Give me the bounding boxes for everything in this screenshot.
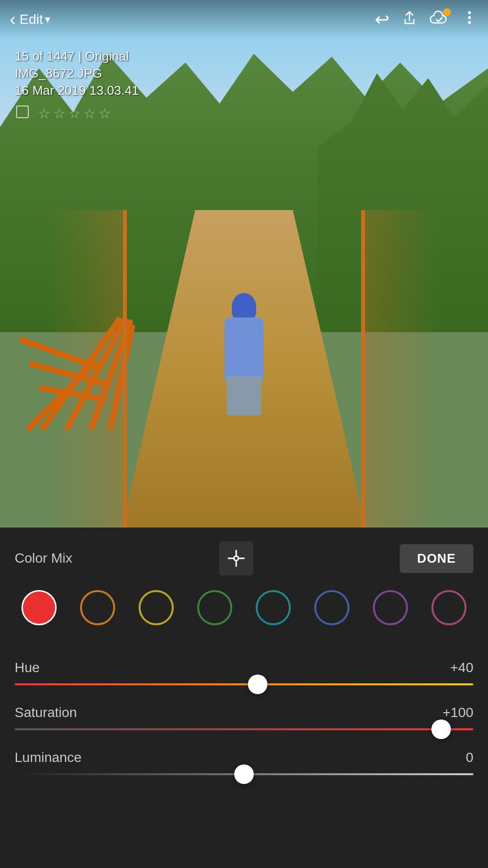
color-mix-header: Color Mix DONE xyxy=(0,528,488,585)
person-head xyxy=(232,293,256,320)
back-button[interactable]: ‹ xyxy=(10,9,16,30)
color-picker-button[interactable] xyxy=(219,541,253,575)
luminance-label: Luminance xyxy=(15,750,81,765)
edit-dropdown-icon: ▾ xyxy=(45,13,50,26)
star-1[interactable]: ☆ xyxy=(38,106,50,122)
star-4[interactable]: ☆ xyxy=(83,106,96,122)
hue-label: Hue xyxy=(15,660,40,676)
edit-menu[interactable]: Edit ▾ xyxy=(20,12,50,27)
bridge-rail-right xyxy=(361,210,439,528)
bottom-panel: Color Mix DONE xyxy=(0,528,488,868)
color-mix-title: Color Mix xyxy=(15,550,72,566)
photo-counter: 15 of 1447 | Original xyxy=(15,49,139,64)
more-options-button[interactable] xyxy=(461,9,478,31)
svg-point-2 xyxy=(468,21,471,24)
luminance-slider-thumb[interactable] xyxy=(234,764,254,784)
hue-slider-track[interactable] xyxy=(15,683,473,685)
hue-slider-header: Hue +40 xyxy=(15,660,473,676)
saturation-value: +100 xyxy=(443,705,473,720)
sliders-section: Hue +40 Saturation +100 Luminance 0 xyxy=(0,650,488,804)
star-3[interactable]: ☆ xyxy=(68,106,81,122)
luminance-value: 0 xyxy=(466,750,473,765)
cloud-warning-badge xyxy=(443,8,451,16)
hue-slider-row: Hue +40 xyxy=(15,660,473,685)
svg-point-5 xyxy=(235,557,238,560)
top-bar-left: ‹ Edit ▾ xyxy=(10,9,50,30)
photo-action-buttons: ☆ ☆ ☆ ☆ ☆ xyxy=(15,104,139,123)
photo-info-overlay: 15 of 1447 | Original IMG_8672.JPG 16 Ma… xyxy=(15,49,139,123)
star-2[interactable]: ☆ xyxy=(53,106,65,122)
color-red[interactable] xyxy=(21,590,57,625)
saturation-slider-thumb[interactable] xyxy=(431,720,451,739)
saturation-slider-track[interactable] xyxy=(15,728,473,730)
undo-button[interactable]: ↩ xyxy=(375,9,389,30)
bridge-rail-left xyxy=(49,210,127,528)
svg-rect-3 xyxy=(17,106,28,118)
color-yellow[interactable] xyxy=(139,590,174,625)
person-legs xyxy=(227,376,261,415)
crop-button[interactable] xyxy=(15,104,30,123)
saturation-slider-row: Saturation +100 xyxy=(15,705,473,730)
top-navigation-bar: ‹ Edit ▾ ↩ xyxy=(0,0,488,39)
color-purple[interactable] xyxy=(373,590,408,625)
saturation-slider-header: Saturation +100 xyxy=(15,705,473,720)
person-figure xyxy=(222,293,266,415)
star-rating[interactable]: ☆ ☆ ☆ ☆ ☆ xyxy=(38,106,111,122)
saturation-label: Saturation xyxy=(15,705,77,720)
luminance-slider-track[interactable] xyxy=(15,773,473,775)
back-chevron-icon: ‹ xyxy=(10,9,16,30)
color-magenta[interactable] xyxy=(431,590,467,625)
svg-point-0 xyxy=(468,11,471,14)
photo-area: ‹ Edit ▾ ↩ xyxy=(0,0,488,528)
cloud-sync-button[interactable] xyxy=(429,10,449,29)
top-bar-right: ↩ xyxy=(375,9,478,31)
divider-1 xyxy=(0,640,488,640)
done-button[interactable]: DONE xyxy=(400,544,473,573)
star-5[interactable]: ☆ xyxy=(99,106,111,122)
color-green[interactable] xyxy=(197,590,232,625)
hue-value: +40 xyxy=(450,660,474,676)
color-teal[interactable] xyxy=(256,590,291,625)
share-button[interactable] xyxy=(401,10,418,30)
edit-label-text: Edit xyxy=(20,12,43,27)
svg-point-1 xyxy=(468,16,471,19)
photo-date: 16 Mar 2019 13.03.41 xyxy=(15,83,139,98)
hue-slider-thumb[interactable] xyxy=(248,675,267,694)
photo-filename: IMG_8672.JPG xyxy=(15,66,139,81)
color-circles-row xyxy=(0,585,488,640)
luminance-slider-row: Luminance 0 xyxy=(15,750,473,775)
luminance-slider-header: Luminance 0 xyxy=(15,750,473,765)
person-body xyxy=(224,318,264,381)
color-orange[interactable] xyxy=(80,590,115,625)
color-blue[interactable] xyxy=(314,590,349,625)
